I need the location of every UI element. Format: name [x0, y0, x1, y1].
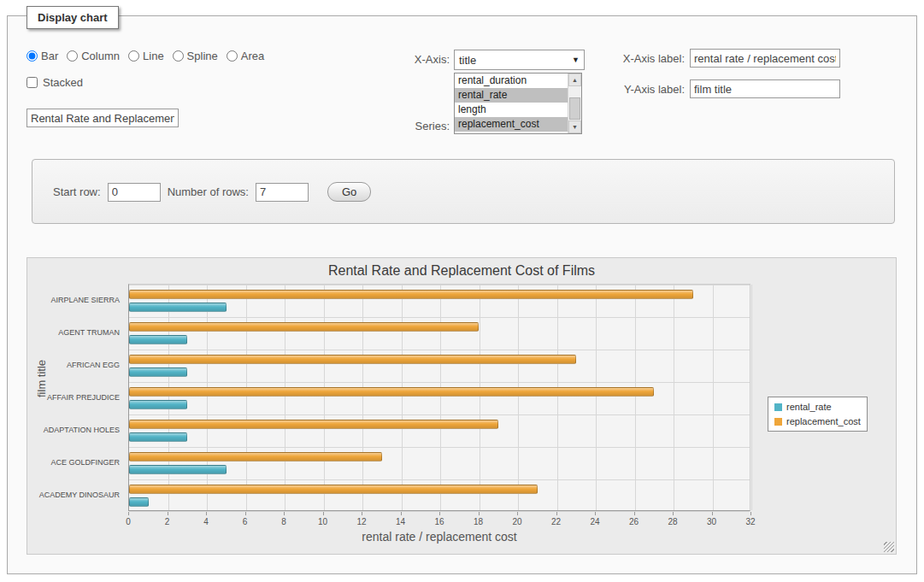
x-tick-label: 4 — [203, 517, 209, 526]
chart-type-radio-bar[interactable] — [26, 50, 38, 62]
grid-line — [129, 350, 750, 350]
scroll-up-icon[interactable]: ▲ — [568, 73, 581, 86]
stacked-label: Stacked — [43, 76, 83, 89]
chart-type-radio-line[interactable] — [128, 50, 139, 62]
series-scrollbar[interactable]: ▲ ▼ — [568, 73, 581, 133]
chart-type-option-column[interactable]: Column — [67, 50, 120, 62]
rows-fieldset: Start row: Number of rows: Go — [32, 159, 895, 224]
bar-rental_rate — [129, 400, 187, 409]
grid-line — [557, 285, 558, 510]
plot-area — [128, 284, 750, 511]
legend-swatch — [774, 418, 782, 426]
grid-line — [440, 285, 441, 510]
chart-type-option-label: Bar — [41, 50, 58, 62]
num-rows-label: Number of rows: — [168, 185, 249, 198]
bar-replacement_cost — [129, 420, 498, 429]
x-axis-title: rental rate / replacement cost — [128, 530, 750, 544]
tick-mark — [712, 512, 713, 515]
series-multiselect[interactable]: rental_durationrental_ratelengthreplacem… — [454, 73, 582, 134]
chart-panel: Rental Rate and Replacement Cost of Film… — [26, 257, 897, 555]
x-tick-label: 22 — [551, 517, 561, 526]
y-axis-label-input[interactable] — [690, 79, 840, 98]
series-option-length[interactable]: length — [455, 103, 568, 117]
bar-rental_rate — [129, 465, 227, 474]
scroll-thumb[interactable] — [569, 97, 580, 120]
x-tick-label: 12 — [356, 517, 366, 526]
bar-rental_rate — [129, 497, 149, 507]
resize-handle-icon[interactable] — [884, 542, 894, 552]
chart-type-option-bar[interactable]: Bar — [26, 50, 58, 62]
grid-line — [129, 414, 750, 415]
page: Display chart BarColumnLineSplineArea St… — [0, 0, 924, 582]
panel-legend: Display chart — [26, 6, 119, 29]
x-axis-select-label: X-Axis: — [381, 53, 450, 66]
grid-line — [129, 317, 750, 318]
tick-mark — [634, 512, 635, 515]
chart-title-input[interactable] — [26, 109, 179, 127]
series-option-rental_duration[interactable]: rental_duration — [455, 73, 568, 88]
tick-mark — [245, 512, 246, 515]
bar-replacement_cost — [129, 452, 382, 461]
stacked-checkbox[interactable] — [26, 77, 38, 88]
legend-swatch — [774, 403, 782, 411]
bar-replacement_cost — [129, 355, 576, 364]
x-tick-label: 26 — [629, 517, 639, 526]
grid-line — [129, 285, 750, 285]
x-axis-label-label: X-Axis label: — [599, 52, 685, 65]
grid-line — [168, 285, 169, 510]
bar-rental_rate — [129, 303, 227, 312]
category-label: AFFAIR PREJUDICE — [47, 393, 120, 402]
bar-rental_rate — [129, 335, 187, 344]
x-axis-label-input[interactable] — [690, 49, 840, 68]
stacked-checkbox-row[interactable]: Stacked — [26, 76, 83, 89]
go-button[interactable]: Go — [327, 182, 371, 202]
grid-line — [324, 285, 325, 510]
chart-type-option-area[interactable]: Area — [227, 50, 264, 62]
series-option-rental_rate[interactable]: rental_rate — [455, 88, 568, 103]
chart-type-option-spline[interactable]: Spline — [173, 50, 218, 62]
grid-line — [207, 285, 208, 510]
category-label: ADAPTATION HOLES — [44, 426, 120, 434]
series-option-replacement_cost[interactable]: replacement_cost — [455, 117, 568, 132]
bar-replacement_cost — [129, 322, 479, 332]
bar-replacement_cost — [129, 485, 538, 494]
chevron-down-icon: ▼ — [572, 56, 580, 64]
legend-label: rental_rate — [786, 402, 832, 412]
chart-type-radio-spline[interactable] — [173, 50, 184, 62]
tick-mark — [401, 512, 402, 515]
chart-type-option-label: Area — [241, 50, 264, 62]
grid-line — [751, 285, 752, 510]
grid-line — [129, 447, 750, 448]
x-axis-selected-value: title — [459, 54, 476, 67]
num-rows-input[interactable] — [256, 183, 309, 202]
grid-line — [480, 285, 480, 510]
grid-line — [596, 285, 597, 510]
tick-mark — [439, 512, 440, 515]
x-tick-label: 24 — [590, 517, 599, 526]
legend-item-replacement_cost[interactable]: replacement_cost — [774, 416, 861, 426]
grid-line — [129, 382, 750, 383]
chart-type-option-label: Column — [81, 50, 120, 62]
tick-mark — [323, 512, 324, 515]
bar-rental_rate — [129, 432, 187, 442]
legend-item-rental_rate[interactable]: rental_rate — [774, 402, 861, 412]
x-tick-label: 10 — [318, 517, 327, 526]
chart-type-option-label: Line — [143, 50, 164, 62]
start-row-input[interactable] — [108, 183, 161, 202]
chart-legend: rental_ratereplacement_cost — [768, 397, 868, 432]
x-axis-select[interactable]: title ▼ — [454, 50, 585, 70]
grid-line — [285, 285, 285, 510]
chart-type-radio-area[interactable] — [227, 50, 238, 62]
series-select-label: Series: — [381, 120, 450, 132]
x-tick-label: 0 — [126, 517, 131, 526]
chart-type-radio-column[interactable] — [67, 50, 78, 62]
tick-mark — [284, 512, 285, 515]
category-label: ACADEMY DINOSAUR — [39, 491, 120, 499]
grid-line — [362, 285, 363, 510]
category-axis: AIRPLANE SIERRAAGENT TRUMANAFRICAN EGGAF… — [27, 284, 123, 511]
chart-type-option-line[interactable]: Line — [128, 50, 164, 62]
x-tick-label: 8 — [281, 517, 286, 526]
grid-line — [635, 285, 636, 510]
scroll-down-icon[interactable]: ▼ — [568, 121, 581, 133]
category-label: ACE GOLDFINGER — [50, 458, 120, 467]
